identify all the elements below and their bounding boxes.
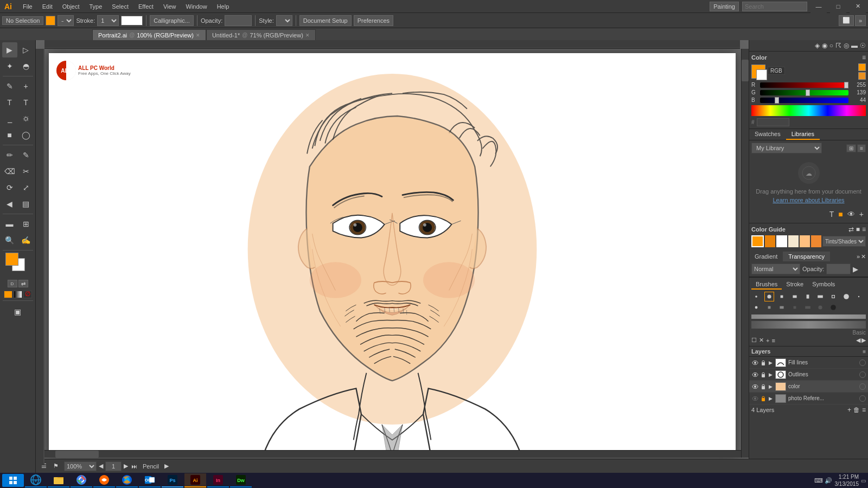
brush-stroke-thick[interactable]: [751, 321, 866, 329]
tab-swatches[interactable]: Swatches: [749, 129, 786, 140]
taskbar-outlook[interactable]: Ol: [139, 473, 161, 487]
layer-fill-lines[interactable]: ▶ Fill lines: [749, 357, 868, 369]
layer-photo-reference[interactable]: ▶ photo Refere...: [749, 393, 868, 404]
pencil-tool[interactable]: ✎: [18, 147, 34, 163]
tab-close-untitled1[interactable]: ✕: [305, 33, 310, 38]
panel-icon-3[interactable]: ○: [829, 42, 833, 49]
taskbar-indesign[interactable]: In: [207, 473, 229, 487]
rotate-tool[interactable]: ⟳: [2, 180, 17, 195]
layers-menu-btn2[interactable]: ≡: [862, 406, 866, 414]
graph-tool[interactable]: ▤: [18, 196, 34, 211]
status-flag-btn[interactable]: ⚑: [52, 463, 60, 470]
guide-color-2[interactable]: [765, 235, 775, 247]
g-slider[interactable]: [760, 90, 848, 95]
layers-menu-btn[interactable]: ≡: [863, 349, 866, 355]
artboard-tool[interactable]: ▣: [3, 304, 33, 319]
selection-tool[interactable]: ▶: [2, 42, 17, 57]
guide-color-1[interactable]: [751, 235, 764, 247]
lib-add-btn[interactable]: +: [859, 210, 864, 219]
brush-dot-11[interactable]: [764, 303, 774, 312]
taskbar-illustrator[interactable]: Ai: [184, 473, 206, 487]
layer-expand-color[interactable]: ▶: [768, 384, 773, 389]
pen-tool[interactable]: ✎: [2, 79, 17, 94]
brushes-tab[interactable]: Brushes: [751, 280, 782, 290]
guide-save-btn[interactable]: ■: [856, 226, 860, 233]
taskbar-dreamweaver[interactable]: Dw: [230, 473, 252, 487]
color-spectrum[interactable]: [751, 105, 866, 116]
color-swatch-orange[interactable]: [858, 63, 866, 71]
direct-selection-tool[interactable]: ▷: [18, 42, 34, 57]
brush-dot-13[interactable]: [790, 303, 800, 312]
panel-icon-6[interactable]: ▬: [851, 42, 858, 49]
lib-list-view[interactable]: ≡: [857, 144, 866, 152]
brush-delete-btn[interactable]: ✕: [759, 337, 764, 344]
nav-next-btn[interactable]: ▶: [123, 463, 129, 470]
page-input[interactable]: [105, 461, 122, 471]
add-anchor-tool[interactable]: +: [18, 79, 34, 94]
layer-lock-outlines[interactable]: [760, 371, 767, 378]
panel-icon-2[interactable]: ◉: [822, 42, 827, 49]
brush-stroke-thin[interactable]: [751, 314, 866, 319]
notification-area[interactable]: ▭: [861, 478, 866, 484]
layer-color[interactable]: ▶ color: [749, 381, 868, 393]
menu-file[interactable]: File: [18, 2, 37, 11]
hex-input[interactable]: ff8b2c: [757, 118, 789, 126]
lib-text-btn[interactable]: T: [829, 210, 834, 219]
brush-prev-btn[interactable]: ◀: [856, 337, 860, 344]
gradient-tool[interactable]: ▬: [2, 216, 17, 232]
scale-tool[interactable]: ⤢: [18, 180, 34, 195]
stroke-style-select[interactable]: —: [58, 15, 74, 26]
layer-eye-fill-lines[interactable]: [751, 359, 759, 367]
panel-icon-5[interactable]: ◎: [844, 42, 849, 49]
layer-lock-fill-lines[interactable]: [760, 359, 767, 366]
guide-color-6[interactable]: [811, 235, 821, 247]
menu-effect[interactable]: Effect: [134, 2, 158, 11]
brush-dot-14[interactable]: [803, 303, 813, 312]
mesh-tool[interactable]: ⊞: [18, 216, 34, 232]
nav-prev-btn[interactable]: ◀: [98, 463, 104, 470]
tab-libraries[interactable]: Libraries: [786, 129, 820, 140]
r-slider[interactable]: [760, 82, 848, 88]
mask-button[interactable]: ⬜: [839, 15, 854, 26]
rect-tool[interactable]: ■: [2, 127, 17, 143]
nav-end-btn[interactable]: ⏭: [130, 463, 138, 470]
preferences-button[interactable]: Preferences: [354, 15, 393, 26]
opacity-expand-btn[interactable]: ▶: [853, 265, 858, 273]
lib-color-btn[interactable]: ■: [838, 210, 843, 219]
status-expand-btn[interactable]: ▶: [163, 463, 170, 470]
b-slider[interactable]: [760, 98, 848, 103]
new-layer-btn[interactable]: +: [847, 406, 851, 414]
opacity-input-gt[interactable]: 20%: [826, 264, 851, 274]
panel-icon-7[interactable]: ☉: [860, 42, 866, 49]
library-learn-link[interactable]: Learn more about Libraries: [751, 197, 866, 203]
layer-expand-outlines[interactable]: ▶: [768, 372, 773, 377]
maximize-button[interactable]: □: [830, 0, 846, 13]
vertical-scrollbar[interactable]: [741, 49, 749, 458]
layer-eye-outlines[interactable]: [751, 371, 759, 378]
paintbrush-tool[interactable]: ✏: [2, 147, 17, 163]
blend-tool[interactable]: ◀: [2, 196, 17, 211]
stroke-tab[interactable]: Stroke: [782, 280, 808, 290]
gt-close-btn[interactable]: ✕: [861, 253, 866, 260]
magic-wand-tool[interactable]: ✦: [2, 59, 17, 74]
layer-outlines[interactable]: ▶ Outlines: [749, 369, 868, 381]
search-input[interactable]: [742, 2, 807, 11]
workspace-mode-button[interactable]: Painting: [710, 2, 739, 11]
brush-dot-1[interactable]: [751, 292, 761, 301]
type-tool[interactable]: T: [2, 95, 17, 110]
menu-help[interactable]: Help: [213, 2, 234, 11]
zoom-tool[interactable]: 🔍: [2, 233, 17, 248]
layer-visibility-color[interactable]: [859, 383, 866, 390]
taskbar-explorer[interactable]: [48, 473, 69, 487]
menu-view[interactable]: View: [159, 2, 181, 11]
brush-type-button[interactable]: Calligraphic...: [150, 15, 194, 26]
close-button[interactable]: ✕: [850, 0, 866, 13]
default-colors-button[interactable]: D: [8, 280, 17, 287]
layer-eye-photo[interactable]: [751, 395, 759, 402]
brush-dot-7[interactable]: [828, 292, 838, 301]
start-button[interactable]: [2, 474, 24, 487]
menu-edit[interactable]: Edit: [38, 2, 57, 11]
ellipse-tool[interactable]: ◯: [18, 127, 34, 143]
layer-visibility-fill-lines[interactable]: [859, 359, 866, 366]
zoom-select[interactable]: 100%: [64, 461, 97, 471]
